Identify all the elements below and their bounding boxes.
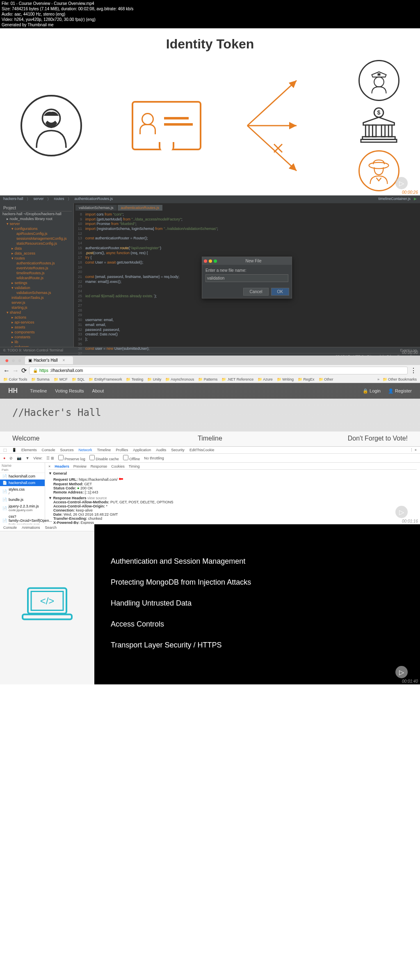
timing-tab[interactable]: Timing	[129, 464, 140, 468]
tree-item[interactable]: timelineRoutes.js	[2, 271, 72, 275]
tree-item[interactable]: ▾ server	[2, 221, 72, 226]
bookmark-item[interactable]: 📁 Color Tools	[3, 377, 27, 381]
menu-icon[interactable]: ⋮	[410, 367, 417, 374]
cancel-button[interactable]: Cancel	[243, 288, 268, 296]
right-tab[interactable]: timelineContainer.js	[378, 197, 411, 202]
devtools-tab[interactable]: Application	[133, 448, 151, 452]
response-headers[interactable]: ▼ Response Headers view source	[48, 496, 417, 500]
maximize-icon[interactable]: ●	[18, 357, 22, 364]
ok-button[interactable]: OK	[271, 288, 289, 296]
devtools-tab[interactable]: Network	[79, 448, 92, 452]
record-icon[interactable]: ●	[3, 456, 5, 460]
tree-item[interactable]: staticResourcesConfig.js	[2, 241, 72, 246]
nav-timeline[interactable]: Timeline	[30, 388, 47, 393]
network-request[interactable]: 📄styles.css/	[0, 486, 45, 496]
devtools-tab[interactable]: Security	[171, 448, 185, 452]
play-button-icon[interactable]: ▷	[395, 666, 408, 678]
browser-tab[interactable]: ▣ Hacker's Hall ×	[25, 356, 73, 364]
address-bar[interactable]: 🔒 https://hackershall.com	[29, 367, 408, 374]
headers-tab[interactable]: Headers	[55, 464, 69, 468]
play-button-icon[interactable]: ▷	[395, 506, 408, 518]
tree-item[interactable]: ▾ shared	[2, 310, 72, 315]
forward-icon[interactable]: →	[12, 367, 19, 374]
tree-item[interactable]: ▸ data	[2, 246, 72, 251]
animations-tab[interactable]: Animations	[22, 526, 40, 530]
device-icon[interactable]: 📱	[12, 448, 16, 452]
devtools-tab[interactable]: Console	[42, 448, 55, 452]
tree-item[interactable]: ▸ api-services	[2, 320, 72, 325]
network-request-list[interactable]: NamePath 📄hackershall.com📄hackershall.co…	[0, 463, 45, 524]
preview-tab[interactable]: Preview	[73, 464, 87, 468]
network-request[interactable]: 📄jquery-2.2.3.min.jscode.jquery.com	[0, 503, 45, 513]
bookmark-item[interactable]: 📁 EntityFramework	[89, 377, 122, 381]
tree-item[interactable]: ▸ constants	[2, 335, 72, 340]
tree-item[interactable]: hackers-hall ~/Dropbox/hackers-hall	[2, 211, 72, 216]
bookmark-item[interactable]: 📁 Other	[319, 377, 333, 381]
devtools-tab[interactable]: Elements	[21, 448, 37, 452]
devtools-tab[interactable]: Profiles	[116, 448, 128, 452]
back-icon[interactable]: ←	[3, 367, 10, 374]
filter-icon[interactable]: ▼	[25, 456, 29, 460]
bookmark-item[interactable]: 📁 Unity	[147, 377, 161, 381]
devtools-tab[interactable]: Sources	[60, 448, 74, 452]
register-link[interactable]: 👤 Register	[388, 388, 412, 394]
bookmark-item[interactable]: 📁 .NET Reference	[221, 377, 253, 381]
devtools-tab[interactable]: Timeline	[97, 448, 111, 452]
reload-icon[interactable]: ⟳	[21, 367, 27, 374]
console-tab[interactable]: Console	[3, 526, 17, 530]
tree-item[interactable]: sessionsManagementConfig.js	[2, 236, 72, 241]
view-list-icon[interactable]: ☰ ⊞	[46, 456, 54, 460]
minimize-icon[interactable]: ●	[11, 357, 16, 364]
crumb[interactable]: hackers-hall	[3, 197, 23, 202]
tree-item[interactable]: ▾ configurations	[2, 226, 72, 231]
response-tab[interactable]: Response	[91, 464, 107, 468]
close-icon[interactable]: ●	[5, 357, 9, 364]
general-header[interactable]: ▼ General	[48, 471, 417, 475]
filename-input[interactable]	[205, 274, 288, 282]
tree-item[interactable]: ▾ validation	[2, 285, 72, 290]
tree-item[interactable]: wildcardRoute.js	[2, 275, 72, 280]
editor-tab[interactable]: validationSchemas.js	[75, 205, 117, 211]
disable-cache-checkbox[interactable]: Disable cache	[89, 455, 119, 461]
nav-about[interactable]: About	[92, 388, 104, 393]
clear-icon[interactable]: ⊘	[9, 456, 13, 460]
close-tab-icon[interactable]: ×	[63, 358, 65, 363]
tree-item[interactable]: initializationTasks.js	[2, 295, 72, 300]
site-logo[interactable]: HH	[8, 387, 18, 395]
crumb[interactable]: server	[34, 197, 44, 202]
tree-item[interactable]: server.js	[2, 300, 72, 305]
bookmark-item[interactable]: 📁 Patterns	[198, 377, 217, 381]
tree-item[interactable]: validationSchemas.js	[2, 290, 72, 295]
preserve-log-checkbox[interactable]: Preserve log	[58, 455, 85, 461]
editor-tab-active[interactable]: authenticationRoutes.js	[118, 205, 163, 211]
login-link[interactable]: 🔒 Login	[363, 388, 381, 394]
code-editor[interactable]: validationSchemas.js authenticationRoute…	[74, 203, 420, 347]
network-request[interactable]: 📄hackershall.com	[0, 480, 45, 486]
nav-voting[interactable]: Voting Results	[55, 388, 84, 393]
bookmark-item[interactable]: 📁 Summa	[31, 377, 50, 381]
tree-item[interactable]: ▸ settings	[2, 280, 72, 285]
play-button-icon[interactable]: ▷	[395, 177, 408, 189]
tree-item[interactable]: starting.js	[2, 305, 72, 310]
tree-item[interactable]: ▾ routes	[2, 256, 72, 261]
devtools-tab[interactable]: EditThisCookie	[189, 448, 215, 452]
tree-item[interactable]: ▸ assets	[2, 325, 72, 330]
tree-item[interactable]: ▸ reducers	[2, 344, 72, 347]
tree-item[interactable]: ▸ components	[2, 330, 72, 335]
maximize-icon[interactable]	[214, 259, 217, 263]
bookmark-item[interactable]: 📁 Writing	[277, 377, 294, 381]
offline-checkbox[interactable]: Offline	[123, 455, 140, 461]
tree-item[interactable]: ▸ lib	[2, 340, 72, 344]
bookmark-item[interactable]: 📁 Asynchronous	[165, 377, 194, 381]
bookmark-item[interactable]: 📁 Testing	[126, 377, 143, 381]
bookmark-item[interactable]: 📁 SQL	[72, 377, 85, 381]
devtools-menu-icon[interactable]: ⋮ ×	[410, 448, 417, 452]
tree-item[interactable]: eventVoteRoutes.js	[2, 266, 72, 271]
bookmark-item[interactable]: 📁 Azure	[258, 377, 273, 381]
throttle-select[interactable]: No throttling	[144, 456, 164, 460]
inspect-icon[interactable]: ⬚	[3, 448, 7, 452]
bookmark-item[interactable]: 📁 WCF	[54, 377, 68, 381]
search-tab[interactable]: Search	[45, 526, 57, 530]
network-request[interactable]: 📄bundle.js	[0, 496, 45, 503]
project-sidebar[interactable]: Project hackers-hall ~/Dropbox/hackers-h…	[0, 203, 74, 347]
